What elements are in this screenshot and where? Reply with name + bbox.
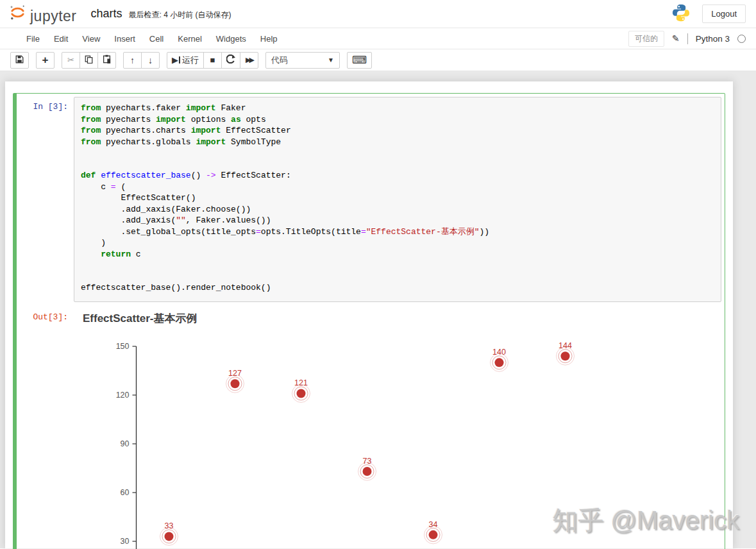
cell-input-area: In [3]: from pyecharts.faker import Fake…: [20, 97, 721, 302]
y-axis-tick-label: 60: [121, 488, 130, 497]
point-label: 73: [363, 457, 372, 466]
stop-icon: ■: [210, 56, 215, 64]
point-label: 140: [492, 348, 506, 357]
restart-run-all-button[interactable]: ▶▶: [240, 52, 258, 69]
logout-button[interactable]: Logout: [702, 4, 746, 23]
output-prompt: Out[3]:: [20, 307, 74, 549]
jupyter-logo-text: jupyter: [30, 9, 77, 24]
scatter-point[interactable]: [363, 467, 372, 476]
scatter-point[interactable]: [495, 358, 504, 367]
y-axis-tick-label: 30: [121, 537, 130, 546]
notebook-site: In [3]: from pyecharts.faker import Fake…: [0, 71, 756, 548]
run-icon: ▶: [172, 56, 178, 64]
input-prompt: In [3]:: [20, 97, 74, 302]
paste-icon: [103, 55, 111, 65]
menu-view[interactable]: View: [75, 30, 107, 48]
trusted-button[interactable]: 可信的: [628, 31, 664, 47]
y-axis-tick-label: 120: [116, 391, 130, 400]
run-button[interactable]: ▶ 运行: [167, 52, 204, 69]
arrow-up-icon: ↑: [130, 56, 135, 65]
copy-icon: [85, 55, 93, 65]
y-axis-tick-label: 90: [121, 439, 130, 448]
chart-output: EffectScatter-基本示例 150120906030331271217…: [74, 307, 721, 549]
jupyter-logo-icon: [9, 4, 26, 24]
menu-widgets[interactable]: Widgets: [209, 30, 253, 48]
point-label: 144: [559, 341, 572, 350]
y-axis-tick-label: 150: [116, 342, 130, 351]
kernel-idle-indicator-icon: [737, 35, 746, 43]
menu-cell[interactable]: Cell: [142, 30, 171, 48]
plus-icon: +: [42, 55, 49, 65]
notebook-title[interactable]: charts: [91, 7, 122, 21]
scatter-point[interactable]: [561, 351, 570, 360]
save-button[interactable]: [10, 52, 29, 69]
point-label: 121: [294, 378, 308, 387]
insert-cell-below-button[interactable]: +: [36, 52, 55, 69]
notebook-container: In [3]: from pyecharts.faker import Fake…: [5, 81, 733, 548]
scatter-point[interactable]: [429, 530, 438, 539]
notebook-header: jupyter charts 最后检查: 4 小时前 (自动保存) Logout: [0, 0, 756, 28]
code-editor[interactable]: from pyecharts.faker import Fakerfrom py…: [74, 97, 721, 302]
autosave-status: 最后检查: 4 小时前 (自动保存): [129, 10, 231, 21]
run-label: 运行: [182, 55, 199, 66]
kernel-name: Python 3: [696, 34, 730, 44]
restart-icon: [226, 55, 235, 65]
scissors-icon: ✂: [67, 56, 74, 64]
fast-forward-icon: ▶▶: [246, 56, 253, 63]
cell-type-value: 代码: [271, 55, 288, 66]
menu-file[interactable]: File: [19, 30, 47, 48]
restart-kernel-button[interactable]: [221, 52, 240, 69]
cut-cells-button[interactable]: ✂: [62, 52, 80, 69]
copy-cells-button[interactable]: [80, 52, 98, 69]
chevron-down-icon: ▼: [328, 56, 334, 63]
menu-edit[interactable]: Edit: [47, 30, 75, 48]
cell-type-select[interactable]: 代码 ▼: [265, 52, 340, 69]
floppy-icon: [15, 55, 24, 65]
run-icon-bar: [179, 56, 180, 63]
point-label: 34: [429, 519, 438, 528]
point-label: 33: [165, 521, 174, 530]
menubar: File Edit View Insert Cell Kernel Widget…: [0, 28, 756, 49]
move-cell-up-button[interactable]: ↑: [123, 52, 142, 69]
point-label: 127: [228, 369, 242, 378]
jupyter-logo[interactable]: jupyter: [9, 4, 77, 24]
menu-insert[interactable]: Insert: [107, 30, 142, 48]
effectscatter-chart-canvas[interactable]: 150120906030331271217334140144: [74, 307, 723, 549]
edit-mode-pencil-icon: ✎: [672, 33, 680, 44]
scatter-point[interactable]: [297, 389, 306, 398]
python-logo-icon: [671, 3, 691, 25]
scatter-point[interactable]: [165, 532, 174, 541]
toolbar: + ✂ ↑: [0, 49, 756, 71]
interrupt-kernel-button[interactable]: ■: [203, 52, 222, 69]
paste-cells-button[interactable]: [97, 52, 116, 69]
kernel-separator: [687, 33, 688, 44]
command-palette-button[interactable]: ⌨: [347, 52, 372, 69]
arrow-down-icon: ↓: [148, 56, 153, 65]
keyboard-icon: ⌨: [352, 55, 367, 65]
menu-kernel[interactable]: Kernel: [171, 30, 209, 48]
menu-help[interactable]: Help: [253, 30, 285, 48]
move-cell-down-button[interactable]: ↓: [141, 52, 160, 69]
cell-output-area: Out[3]: EffectScatter-基本示例 1501209060303…: [20, 307, 721, 549]
selected-code-cell[interactable]: In [3]: from pyecharts.faker import Fake…: [13, 93, 725, 549]
scatter-point[interactable]: [231, 379, 240, 388]
